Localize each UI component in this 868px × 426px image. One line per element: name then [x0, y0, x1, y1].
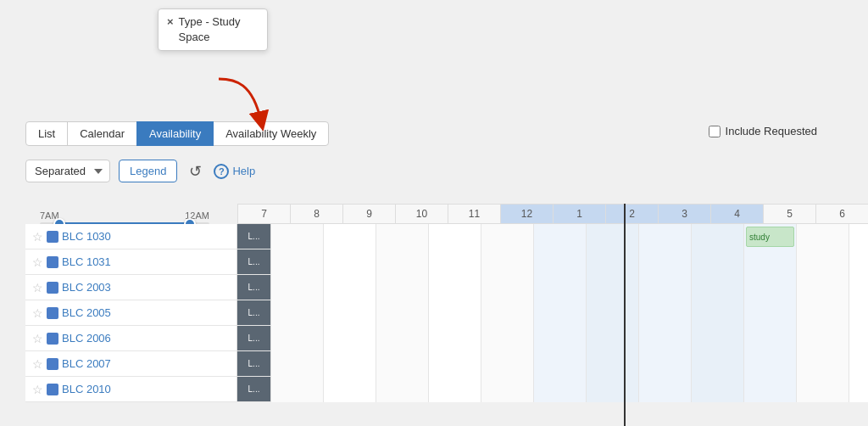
separated-dropdown[interactable]: Separated Combined [25, 160, 110, 182]
grid-cell[interactable] [429, 249, 481, 275]
grid-cell[interactable] [376, 249, 429, 275]
grid-cell[interactable] [587, 300, 639, 326]
grid-cell[interactable] [324, 275, 376, 300]
grid-cell[interactable] [481, 351, 534, 377]
grid-cell[interactable] [271, 326, 324, 351]
grid-cell[interactable] [692, 326, 744, 351]
grid-cell[interactable] [324, 249, 376, 275]
help-button[interactable]: ? Help [214, 164, 255, 179]
room-name-link[interactable]: BLC 2006 [62, 332, 111, 345]
room-name-link[interactable]: BLC 2010 [62, 383, 111, 395]
row-type-cell[interactable]: L... [237, 275, 271, 300]
star-icon[interactable]: ☆ [32, 255, 43, 269]
grid-cell[interactable] [587, 224, 639, 249]
grid-cell[interactable] [324, 377, 376, 402]
grid-cell[interactable] [797, 224, 849, 249]
star-icon[interactable]: ☆ [32, 357, 43, 371]
grid-cell[interactable] [587, 326, 639, 351]
grid-cell[interactable] [639, 377, 692, 402]
grid-cell[interactable] [587, 275, 639, 300]
grid-cell[interactable] [744, 300, 797, 326]
grid-cell[interactable] [481, 224, 534, 249]
grid-cell[interactable] [639, 224, 692, 249]
grid-cell[interactable] [849, 377, 868, 402]
grid-cell[interactable] [849, 326, 868, 351]
room-name-link[interactable]: BLC 2007 [62, 357, 111, 370]
tab-calendar[interactable]: Calendar [67, 121, 137, 146]
event-block[interactable]: study [746, 227, 794, 247]
grid-cell[interactable] [324, 351, 376, 377]
grid-cell[interactable] [797, 326, 849, 351]
grid-cell[interactable] [692, 224, 744, 249]
grid-cell[interactable] [324, 224, 376, 249]
grid-cell[interactable] [534, 275, 587, 300]
grid-cell[interactable] [587, 351, 639, 377]
grid-cell[interactable] [692, 300, 744, 326]
grid-cell[interactable] [271, 300, 324, 326]
grid-cell[interactable] [797, 300, 849, 326]
grid-cell[interactable] [376, 300, 429, 326]
grid-cell[interactable] [692, 351, 744, 377]
grid-cell[interactable] [376, 275, 429, 300]
grid-cell[interactable] [481, 377, 534, 402]
grid-cell[interactable] [744, 249, 797, 275]
star-icon[interactable]: ☆ [32, 383, 43, 396]
grid-cell[interactable] [376, 326, 429, 351]
grid-cell[interactable]: study [744, 224, 797, 249]
grid-cell[interactable] [534, 351, 587, 377]
grid-cell[interactable] [534, 377, 587, 402]
star-icon[interactable]: ☆ [32, 281, 43, 294]
room-name-link[interactable]: BLC 2003 [62, 281, 111, 294]
grid-cell[interactable] [639, 249, 692, 275]
room-name-link[interactable]: BLC 1031 [62, 255, 111, 268]
room-name-link[interactable]: BLC 1030 [62, 230, 111, 243]
grid-cell[interactable] [376, 351, 429, 377]
row-type-cell[interactable]: L... [237, 351, 271, 376]
filter-chip-close[interactable]: × [167, 15, 174, 28]
room-name-link[interactable]: BLC 2005 [62, 306, 111, 319]
grid-cell[interactable] [429, 326, 481, 351]
grid-cell[interactable] [692, 377, 744, 402]
grid-cell[interactable] [481, 326, 534, 351]
grid-cell[interactable] [429, 351, 481, 377]
grid-cell[interactable] [429, 300, 481, 326]
grid-cell[interactable] [797, 275, 849, 300]
grid-cell[interactable] [639, 326, 692, 351]
grid-cell[interactable] [429, 275, 481, 300]
star-icon[interactable]: ☆ [32, 230, 43, 244]
grid-cell[interactable] [271, 377, 324, 402]
tab-availability[interactable]: Availability [136, 121, 214, 146]
grid-cell[interactable] [849, 224, 868, 249]
grid-cell[interactable] [534, 300, 587, 326]
grid-cell[interactable] [271, 351, 324, 377]
grid-cell[interactable] [744, 275, 797, 300]
grid-cell[interactable] [849, 249, 868, 275]
grid-cell[interactable] [849, 300, 868, 326]
grid-cell[interactable] [797, 249, 849, 275]
grid-cell[interactable] [639, 351, 692, 377]
grid-cell[interactable] [587, 377, 639, 402]
grid-cell[interactable] [849, 351, 868, 377]
grid-cell[interactable] [481, 275, 534, 300]
grid-cell[interactable] [429, 224, 481, 249]
row-type-cell[interactable]: L... [237, 224, 271, 249]
grid-cell[interactable] [376, 224, 429, 249]
star-icon[interactable]: ☆ [32, 332, 43, 345]
row-type-cell[interactable]: L... [237, 377, 271, 401]
include-requested-checkbox[interactable] [709, 126, 721, 137]
grid-cell[interactable] [324, 326, 376, 351]
grid-cell[interactable] [797, 377, 849, 402]
grid-cell[interactable] [639, 300, 692, 326]
row-type-cell[interactable]: L... [237, 326, 271, 350]
legend-button[interactable]: Legend [119, 160, 177, 182]
grid-cell[interactable] [271, 224, 324, 249]
grid-cell[interactable] [481, 300, 534, 326]
tab-list[interactable]: List [25, 121, 68, 146]
grid-cell[interactable] [324, 300, 376, 326]
grid-cell[interactable] [797, 351, 849, 377]
grid-cell[interactable] [429, 377, 481, 402]
grid-cell[interactable] [744, 326, 797, 351]
grid-cell[interactable] [481, 249, 534, 275]
grid-cell[interactable] [534, 326, 587, 351]
grid-cell[interactable] [271, 275, 324, 300]
